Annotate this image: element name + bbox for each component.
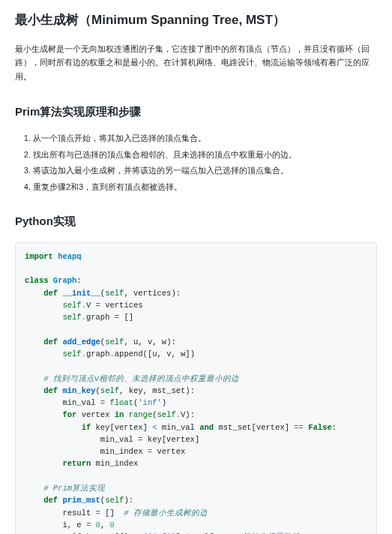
code-block: import heapq class Graph: def __init__(s… <box>15 242 377 534</box>
intro-paragraph: 最小生成树是一个无向加权连通图的子集，它连接了图中的所有顶点（节点），并且没有循… <box>15 42 377 84</box>
list-item: 从一个顶点开始，将其加入已选择的顶点集合。 <box>33 132 377 146</box>
section-prim-title: Prim算法实现原理和步骤 <box>15 104 377 125</box>
list-item: 将该边加入最小生成树，并将该边的另一端点加入已选择的顶点集合。 <box>33 164 377 178</box>
list-item: 重复步骤2和3，直到所有顶点都被选择。 <box>33 181 377 194</box>
section-python-title: Python实现 <box>15 213 377 235</box>
page-title: 最小生成树（Minimum Spanning Tree, MST） <box>15 10 377 34</box>
prim-steps-list: 从一个顶点开始，将其加入已选择的顶点集合。 找出所有与已选择的顶点集合相邻的、且… <box>15 132 377 194</box>
list-item: 找出所有与已选择的顶点集合相邻的、且未选择的顶点中权重最小的边。 <box>33 148 377 162</box>
